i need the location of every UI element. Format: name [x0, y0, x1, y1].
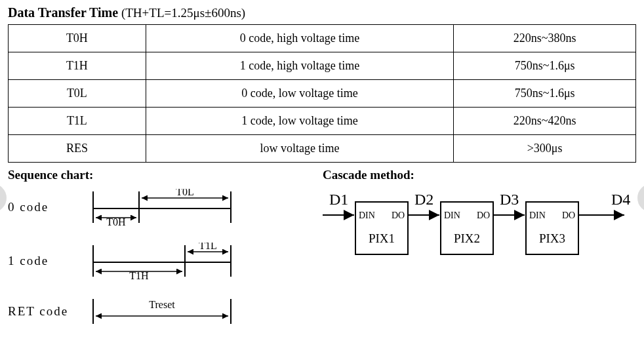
table-row: RES low voltage time >300μs — [9, 135, 636, 163]
table-row: T1L 1 code, low voltage time 220ns~420ns — [9, 108, 636, 135]
cell-sym: T0H — [9, 25, 146, 52]
cascade-method-header: Cascade method: — [323, 168, 636, 182]
svg-text:DIN: DIN — [444, 210, 460, 220]
cell-desc: low voltage time — [146, 135, 453, 163]
cell-val: 220ns~380ns — [454, 25, 636, 52]
svg-rect-28 — [526, 202, 578, 254]
svg-text:DO: DO — [562, 210, 575, 220]
svg-text:D2: D2 — [414, 191, 433, 208]
seq-ret-label: RET code — [8, 304, 87, 319]
title-rest: (TH+TL=1.25μs±600ns) — [118, 6, 245, 20]
cell-val: 220ns~420ns — [454, 108, 636, 135]
cell-sym: T1L — [9, 108, 146, 135]
svg-text:DIN: DIN — [359, 210, 375, 220]
seq-0code-diagram: T0H T0L — [87, 189, 237, 226]
seq-0code-label: 0 code — [8, 200, 87, 214]
section-title: Data Transfer Time (TH+TL=1.25μs±600ns) — [8, 5, 636, 20]
svg-text:T1H: T1H — [129, 270, 149, 279]
timing-table: T0H 0 code, high voltage time 220ns~380n… — [8, 24, 636, 163]
svg-text:DO: DO — [392, 210, 405, 220]
cell-sym: RES — [9, 135, 146, 163]
cell-sym: T1H — [9, 52, 146, 80]
svg-text:D4: D4 — [611, 191, 630, 208]
cell-val: 750ns~1.6μs — [454, 80, 636, 108]
seq-ret-diagram: Treset — [87, 296, 237, 326]
svg-text:T1L: T1L — [199, 243, 217, 251]
svg-rect-26 — [355, 202, 408, 254]
cell-val: 750ns~1.6μs — [454, 52, 636, 80]
svg-text:DIN: DIN — [529, 210, 546, 220]
svg-rect-27 — [441, 202, 493, 254]
sequence-chart-header: Sequence chart: — [8, 168, 323, 182]
cell-val: >300μs — [454, 135, 636, 163]
cell-desc: 1 code, low voltage time — [146, 108, 453, 135]
svg-text:PIX1: PIX1 — [369, 231, 395, 245]
carousel-prev[interactable] — [0, 184, 7, 212]
cell-desc: 0 code, high voltage time — [146, 25, 453, 52]
title-bold: Data Transfer Time — [8, 5, 118, 20]
svg-text:PIX2: PIX2 — [454, 231, 480, 245]
cell-desc: 1 code, high voltage time — [146, 52, 453, 80]
carousel-next[interactable] — [637, 184, 644, 212]
seq-1code-diagram: T1H T1L — [87, 243, 237, 279]
cell-desc: 0 code, low voltage time — [146, 80, 453, 108]
svg-text:DO: DO — [477, 210, 490, 220]
table-row: T1H 1 code, high voltage time 750ns~1.6μ… — [9, 52, 636, 80]
svg-text:D1: D1 — [329, 191, 348, 208]
svg-text:PIX3: PIX3 — [539, 231, 565, 245]
svg-text:Treset: Treset — [149, 299, 175, 310]
table-row: T0L 0 code, low voltage time 750ns~1.6μs — [9, 80, 636, 108]
svg-text:D3: D3 — [500, 191, 519, 208]
table-row: T0H 0 code, high voltage time 220ns~380n… — [9, 25, 636, 52]
svg-text:T0H: T0H — [106, 216, 126, 226]
seq-1code-label: 1 code — [8, 254, 87, 268]
cell-sym: T0L — [9, 80, 146, 108]
svg-text:T0L: T0L — [176, 189, 194, 197]
cascade-diagram: D1 D2 D3 D4 DIN DO DIN DO DIN DO PIX1 PI… — [323, 189, 636, 267]
